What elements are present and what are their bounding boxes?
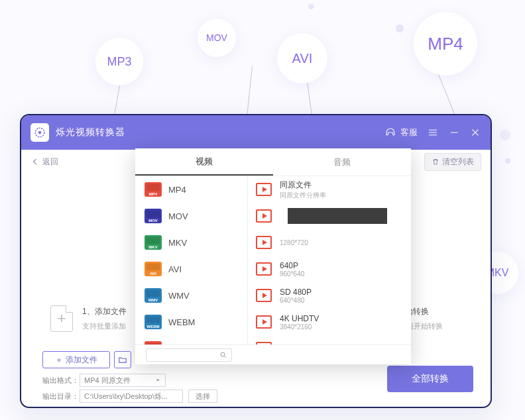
convert-all-button[interactable]: 全部转换 [387,366,473,392]
svg-point-8 [221,352,225,356]
format-search-input[interactable] [146,348,232,362]
app-window: 烁光视频转换器 客服 返回 清空列表 + 1、添加文件支持批量添加 3、开始转换… [20,114,492,408]
title-bar: 烁光视频转换器 客服 [21,115,491,150]
menu-icon[interactable] [427,127,439,138]
resolution-item[interactable]: 4K Full Aperture [248,335,411,344]
video-icon [256,289,272,302]
format-item-webm[interactable]: WEBMWEBM [135,309,247,335]
resolution-item[interactable]: 4K UHDTV3840*2160 [248,309,411,335]
support-button[interactable]: 客服 [384,127,418,138]
step1-label: 1、添加文件支持批量添加 [82,306,127,331]
add-folder-button[interactable] [114,351,131,368]
bubble-mp4: MP4 [414,12,477,76]
app-logo-icon [30,123,49,142]
format-item-mp4[interactable]: MP4MP4 [135,176,247,203]
video-icon [256,315,272,329]
app-title: 烁光视频转换器 [56,127,375,138]
resolution-item[interactable]: SD 480P640*480 [248,282,411,309]
tab-audio[interactable]: 音频 [273,148,411,176]
format-item-flv[interactable]: FLVFLV [135,335,247,344]
bubble-mp3: MP3 [95,38,143,85]
format-item-mkv[interactable]: MKVMKV [135,229,247,256]
svg-point-1 [38,131,42,134]
bubble-mov: MOV [198,19,236,57]
add-file-button[interactable]: ＋ 添加文件 [42,351,110,368]
video-icon [256,209,272,223]
resolution-item[interactable]: 1280*720 [248,229,411,256]
format-item-wmv[interactable]: WMVWMV [135,282,247,309]
output-dir-field[interactable]: C:\Users\lxy\Desktop\烁... [80,390,183,403]
video-icon [256,183,272,196]
clear-list-button[interactable]: 清空列表 [424,153,481,171]
resolution-item[interactable]: 640P960*640 [248,256,411,282]
video-icon [256,236,272,249]
search-icon [219,351,227,359]
file-plus-icon[interactable]: + [50,305,73,332]
resolution-item[interactable] [248,203,411,229]
close-icon[interactable] [469,127,481,138]
output-format-select[interactable]: MP4 同原文件 [80,374,166,387]
svg-line-9 [225,356,227,358]
format-popup: 视频 音频 MP4MP4MOVMOVMKVMKVAVIAVIWMVWMVWEBM… [135,148,411,364]
bubble-avi: AVI [277,33,327,83]
format-list: MP4MP4MOVMOVMKVMKVAVIAVIWMVWMVWEBMWEBMFL… [135,176,248,344]
output-dir-row: 输出目录： C:\Users\lxy\Desktop\烁... 选择 [42,390,217,403]
format-item-avi[interactable]: AVIAVI [135,256,247,282]
format-item-mov[interactable]: MOVMOV [135,203,247,229]
output-format-row: 输出格式： MP4 同原文件 [42,374,166,387]
video-icon [256,262,272,276]
minimize-icon[interactable] [448,127,460,138]
tab-video[interactable]: 视频 [135,148,273,176]
resolution-item[interactable]: 同原文件同原文件分辨率 [248,176,411,203]
resolution-list: 同原文件同原文件分辨率1280*720640P960*640SD 480P640… [248,176,411,344]
browse-button[interactable]: 选择 [188,390,217,403]
back-button[interactable]: 返回 [30,156,58,168]
